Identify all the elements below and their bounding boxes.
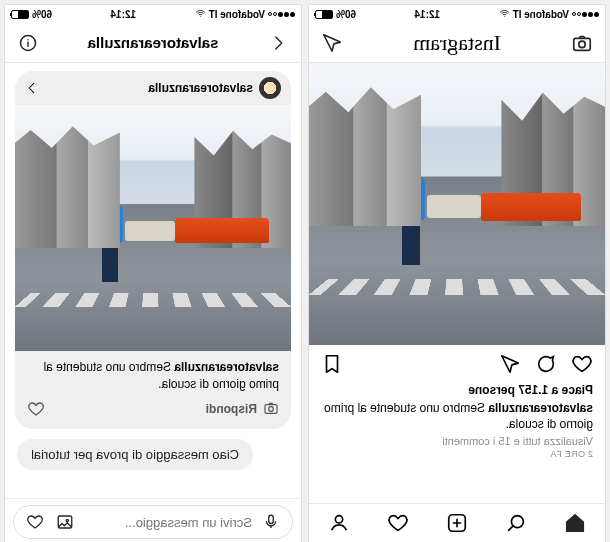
shared-post-card[interactable]: salvatorearanzulla salvatorearanzulla Se… — [15, 71, 291, 429]
svg-rect-8 — [574, 38, 591, 50]
mic-button[interactable] — [260, 511, 282, 533]
svg-point-2 — [269, 406, 274, 411]
dm-header: salvatorearanzulla — [5, 23, 301, 63]
clock: 12:14 — [110, 9, 136, 20]
svg-point-12 — [335, 515, 342, 522]
feed-caption: salvatorearanzulla Sembro uno studente a… — [321, 400, 593, 432]
battery-pct: 60% — [32, 9, 52, 20]
share-button[interactable] — [499, 353, 521, 379]
dm-input-bar — [5, 498, 301, 542]
dm-screen: Vodafone IT 12:14 60% salvatorearanzulla — [4, 4, 302, 542]
wifi-icon — [195, 8, 206, 21]
svg-rect-1 — [265, 404, 277, 413]
svg-point-9 — [579, 41, 585, 47]
likes-count[interactable]: Piace a 1.157 persone — [321, 383, 593, 397]
time-ago: 2 ORE FA — [321, 449, 593, 459]
feed-screen: Vodafone IT 12:14 60% Instagram — [308, 4, 606, 542]
svg-point-5 — [66, 519, 68, 521]
like-reply-button[interactable] — [27, 400, 45, 418]
search-tab[interactable] — [505, 512, 527, 538]
feed-image[interactable] — [309, 63, 605, 345]
home-tab[interactable] — [564, 512, 586, 538]
activity-tab[interactable] — [387, 512, 409, 538]
signal-icon — [268, 12, 295, 17]
direct-button[interactable] — [321, 32, 343, 54]
status-bar: Vodafone IT 12:14 60% — [5, 5, 301, 23]
reply-button[interactable]: Rispondi — [206, 402, 257, 416]
instagram-logo: Instagram — [413, 30, 501, 56]
clock: 12:14 — [414, 9, 440, 20]
chevron-right-icon — [25, 81, 39, 95]
like-button[interactable] — [571, 353, 593, 379]
avatar — [259, 77, 281, 99]
outgoing-message: Ciao messaggio di prova per tutorial — [17, 439, 253, 470]
battery-pct: 60% — [336, 9, 356, 20]
feed-header: Instagram — [309, 23, 605, 63]
add-tab[interactable] — [446, 512, 468, 538]
comment-button[interactable] — [535, 353, 557, 379]
feed-action-row — [309, 345, 605, 383]
shared-post-image — [15, 105, 291, 351]
shared-post-caption: salvatorearanzulla Sembro uno studente a… — [15, 351, 291, 397]
camera-header-button[interactable] — [571, 32, 593, 54]
tab-bar — [309, 503, 605, 542]
signal-icon — [572, 12, 599, 17]
back-button[interactable] — [267, 32, 289, 54]
battery-icon — [315, 10, 333, 19]
carrier-label: Vodafone IT — [513, 9, 569, 20]
message-input[interactable] — [84, 515, 252, 530]
heart-button[interactable] — [24, 511, 46, 533]
shared-post-username: salvatorearanzulla — [45, 81, 253, 95]
camera-icon — [263, 400, 279, 419]
carrier-label: Vodafone IT — [209, 9, 265, 20]
info-button[interactable] — [17, 32, 39, 54]
profile-tab[interactable] — [328, 512, 350, 538]
dm-title: salvatorearanzulla — [88, 34, 219, 51]
status-bar: Vodafone IT 12:14 60% — [309, 5, 605, 23]
svg-rect-3 — [269, 515, 274, 523]
battery-icon — [11, 10, 29, 19]
gallery-button[interactable] — [54, 511, 76, 533]
svg-rect-4 — [58, 516, 72, 528]
view-comments[interactable]: Visualizza tutti e 15 i commenti — [321, 435, 593, 447]
bookmark-button[interactable] — [321, 353, 343, 379]
caption-username[interactable]: salvatorearanzulla — [488, 401, 593, 415]
wifi-icon — [499, 8, 510, 21]
caption-username: salvatorearanzulla — [174, 360, 279, 374]
